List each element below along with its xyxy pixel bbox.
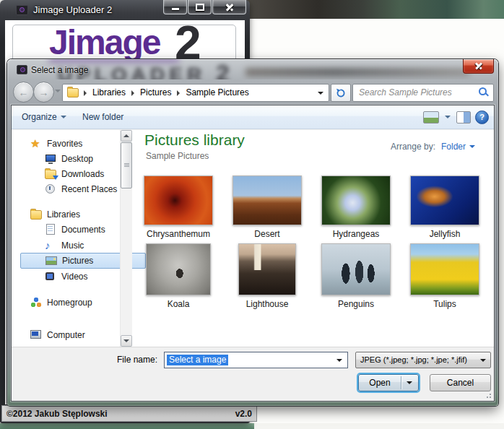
file-type-dropdown-icon [480, 359, 486, 362]
maximize-button[interactable] [188, 0, 212, 14]
library-subheader: Sample Pictures [146, 151, 209, 161]
minimize-button[interactable] [163, 0, 187, 14]
dialog-title: Select a image [31, 65, 88, 75]
scroll-up-button[interactable] [121, 130, 132, 142]
dialog-close-button[interactable] [463, 59, 494, 74]
dialog-footer: File name: Select a image JPEG (*.jpeg; … [12, 347, 494, 401]
thumbnail[interactable] [410, 176, 479, 225]
camera-app-icon [16, 5, 28, 15]
app-close-button[interactable] [212, 0, 246, 14]
file-item-penguins[interactable]: Penguins [313, 243, 399, 309]
thumbnail[interactable] [321, 243, 391, 295]
refresh-icon [336, 88, 346, 98]
views-dropdown-icon[interactable] [445, 116, 451, 118]
preview-pane-button[interactable] [456, 111, 471, 124]
arrange-by-value[interactable]: Folder [441, 142, 475, 152]
chevron-right-icon[interactable] [131, 90, 134, 96]
sidebar-item-homegroup[interactable]: Homegroup [30, 295, 92, 310]
file-name-selected-text: Select a image [167, 355, 228, 365]
back-button[interactable]: ← [13, 82, 34, 103]
app-titlebar[interactable]: Jimage Uploader 2 [0, 0, 250, 20]
minimize-icon [172, 8, 179, 10]
file-item-koala[interactable]: Koala [136, 243, 221, 309]
search-input[interactable]: Search Sample Pictures [352, 84, 494, 102]
file-item-chrysanthemum[interactable]: Chrysanthemum [136, 176, 221, 239]
open-button[interactable]: Open [358, 374, 419, 391]
chevron-right-icon[interactable] [177, 90, 180, 96]
file-name-label: File name: [117, 355, 157, 365]
thumbnail[interactable] [233, 176, 302, 225]
breadcrumb[interactable]: Libraries Pictures Sample Pictures [62, 84, 329, 102]
file-name-dropdown-icon[interactable] [336, 359, 342, 362]
history-dropdown-icon[interactable] [55, 90, 61, 92]
documents-icon [45, 224, 56, 235]
refresh-button[interactable] [331, 84, 351, 102]
libraries-folder-icon [30, 209, 42, 220]
file-item-desert[interactable]: Desert [225, 176, 310, 239]
command-toolbar: Organize New folder ? [12, 105, 494, 129]
file-type-select[interactable]: JPEG (*.jpeg; *.jpg; *.jpe; *.jfif) [355, 352, 491, 368]
sidebar-item-favorites[interactable]: ★ Favorites [30, 136, 82, 151]
thumbnail[interactable] [146, 243, 211, 295]
homegroup-icon [30, 297, 42, 308]
file-item-lighthouse[interactable]: Lighthouse [225, 243, 310, 309]
forward-button[interactable]: → [33, 82, 54, 103]
scrollbar-thumb[interactable] [121, 142, 132, 188]
computer-icon [30, 329, 42, 341]
thumbnail[interactable] [238, 243, 296, 295]
folder-icon [67, 88, 79, 98]
sidebar-item-downloads[interactable]: Downloads [45, 166, 104, 181]
downloads-icon [45, 168, 56, 180]
music-note-icon: ♪ [45, 240, 56, 251]
organize-menu-button[interactable]: Organize [22, 112, 66, 122]
file-item-jellyfish[interactable]: Jellyfish [402, 176, 487, 239]
file-name-input[interactable]: Select a image [164, 352, 348, 368]
pictures-icon [45, 255, 57, 266]
resize-grip[interactable] [485, 391, 492, 399]
sidebar-item-recent-places[interactable]: Recent Places [45, 181, 117, 196]
open-dropdown-icon[interactable] [407, 381, 412, 384]
sidebar-item-music[interactable]: ♪ Music [45, 238, 84, 253]
version-text: v2.0 [235, 409, 252, 419]
search-icon[interactable] [479, 87, 489, 98]
desktop-wallpaper-bottom [0, 423, 254, 429]
blur-artifact [246, 68, 469, 77]
breadcrumb-item-pictures[interactable]: Pictures [136, 85, 175, 100]
address-dropdown-icon[interactable] [318, 92, 323, 95]
sidebar-item-libraries[interactable]: Libraries [30, 207, 80, 222]
split-button-divider [401, 376, 401, 389]
new-folder-button[interactable]: New folder [82, 112, 123, 122]
chevron-right-icon[interactable] [84, 90, 87, 96]
copyright-text: ©2012 Jakub Stęplowski [6, 409, 108, 419]
cancel-button[interactable]: Cancel [430, 374, 491, 391]
search-placeholder: Search Sample Pictures [359, 84, 452, 100]
breadcrumb-item-libraries[interactable]: Libraries [88, 85, 130, 100]
triangle-down-icon [123, 339, 129, 342]
sidebar-item-computer[interactable]: Computer [30, 327, 85, 342]
help-button[interactable]: ? [475, 110, 489, 124]
sidebar-item-desktop[interactable]: Desktop [45, 151, 93, 166]
select-image-dialog: UPLOADER 2 Select a image ← → Libraries … [7, 59, 498, 406]
logo-word: Jimage [49, 25, 160, 62]
videos-icon [45, 271, 56, 282]
dialog-titlebar[interactable]: UPLOADER 2 Select a image [7, 59, 498, 79]
file-item-tulips[interactable]: Tulips [402, 243, 487, 309]
change-view-button[interactable] [423, 111, 439, 124]
camera-dialog-icon [17, 65, 27, 74]
sidebar-item-videos[interactable]: Videos [45, 269, 87, 284]
desktop-icon [45, 153, 56, 165]
back-arrow-icon: ← [19, 87, 29, 98]
dialog-client-area: Organize New folder ? ★ Favorites Deskto… [12, 105, 494, 401]
thumbnail[interactable] [144, 176, 213, 225]
maximize-icon [196, 4, 204, 11]
scroll-down-button[interactable] [121, 335, 132, 347]
sidebar-item-documents[interactable]: Documents [45, 222, 105, 237]
breadcrumb-item-sample-pictures[interactable]: Sample Pictures [181, 85, 253, 100]
navigation-bar: ← → Libraries Pictures Sample Pictures S… [7, 79, 498, 105]
thumbnail[interactable] [321, 176, 391, 225]
file-item-hydrangeas[interactable]: Hydrangeas [313, 176, 399, 239]
library-header: Pictures library [144, 131, 245, 149]
star-icon: ★ [30, 138, 42, 150]
thumbnail[interactable] [410, 243, 479, 295]
sidebar-scrollbar[interactable] [120, 130, 132, 347]
